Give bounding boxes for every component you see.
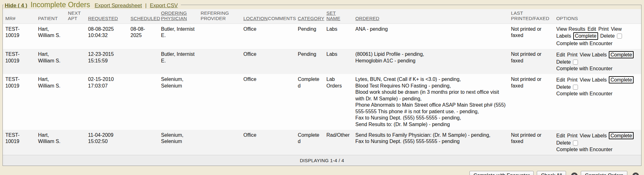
category-cell: Pending [295, 49, 324, 74]
requested-cell: 08-08-2025 10:04:32 [86, 24, 128, 49]
patient-cell: Hart, William S. [36, 49, 65, 74]
complete-button[interactable]: Complete [609, 76, 633, 83]
ordering-physician-cell: Butler, Internist E. [158, 49, 198, 74]
col-header-mr: MR# [3, 9, 36, 24]
complete-orders-button[interactable]: Complete Orders [581, 171, 627, 175]
set-name-cell: Lab Orders [324, 74, 353, 130]
complete-with-encounter-link[interactable]: Complete with Encounter [556, 40, 613, 47]
complete-with-encounter-link[interactable]: Complete with Encounter [556, 91, 613, 97]
col-header-ordered[interactable]: ORDERED [353, 9, 508, 24]
next-apt-cell [65, 49, 86, 74]
location-cell: Office [241, 130, 265, 155]
col-header-comments: COMMENTS [265, 9, 295, 24]
requested-cell: 02-15-2010 17:03:07 [86, 74, 128, 130]
delete-link[interactable]: Delete [556, 140, 571, 146]
print-link[interactable]: Print [567, 133, 578, 138]
col-header-scheduled[interactable]: SCHEDULED [128, 9, 158, 24]
requested-cell: 11-04-2009 15:02:50 [86, 130, 128, 155]
panel-legend: Hide ( 4 ) Incomplete Orders Export Spre… [3, 1, 181, 9]
last-printed-faxed-cell: Not printed or faxed [508, 74, 554, 130]
complete-button[interactable]: Complete [609, 51, 633, 58]
edit-link[interactable]: Edit [556, 77, 565, 82]
comments-cell [265, 49, 295, 74]
col-header-patient: PATIENT [36, 9, 65, 24]
order-row: TEST-10019 Hart, William S. 08-08-2025 1… [3, 24, 641, 49]
options-cell: EditPrintView LabelsCompleteDeleteComple… [554, 49, 641, 74]
patient-cell: Hart, William S. [36, 74, 65, 130]
pagination-row: DISPLAYING 1-4 / 4 [3, 155, 641, 166]
comments-cell [265, 130, 295, 155]
order-checkbox[interactable] [573, 141, 578, 146]
last-printed-faxed-cell: Not printed or faxed [508, 130, 554, 155]
col-header-set-name[interactable]: SET NAME [324, 9, 353, 24]
edit-link[interactable]: Edit [556, 133, 565, 138]
mr-cell: TEST-10019 [3, 74, 36, 130]
help-icon[interactable]: ? [632, 172, 639, 175]
location-cell: Office [241, 74, 265, 130]
ordered-cell: Send Results to Family Physician: (Dr. M… [353, 130, 508, 155]
mr-cell: TEST-10019 [3, 49, 36, 74]
complete-with-encounter-link[interactable]: Complete with Encounter [556, 146, 613, 153]
legend-separator: | [145, 3, 147, 8]
referring-provider-cell [198, 49, 241, 74]
edit-link[interactable]: Edit [556, 52, 565, 57]
print-link[interactable]: Print [567, 77, 578, 82]
referring-provider-cell [198, 74, 241, 130]
delete-link[interactable]: Delete [600, 33, 615, 39]
hide-link[interactable]: Hide ( 4 ) [5, 3, 27, 8]
delete-link[interactable]: Delete [556, 84, 571, 90]
ordered-cell: Lytes, BUN, Creat (Call if K+ is <3.0) -… [353, 74, 508, 130]
edit-link[interactable]: Edit [587, 26, 596, 32]
export-spreadsheet-link[interactable]: Export Spreadsheet [95, 3, 142, 8]
order-checkbox[interactable] [573, 85, 578, 90]
referring-provider-cell [198, 130, 241, 155]
complete-button[interactable]: Complete [573, 32, 598, 40]
patient-cell: Hart, William S. [36, 24, 65, 49]
options-cell: EditPrintView LabelsCompleteDeleteComple… [554, 130, 641, 155]
order-checkbox[interactable] [573, 60, 578, 65]
options-cell: View ResultsEditPrintView LabelsComplete… [554, 24, 641, 49]
page: { "colors": { "page_bg": "#f0ead8", "lin… [0, 0, 644, 175]
ordering-physician-cell: Selenium, Selenium [158, 74, 198, 130]
next-apt-cell [65, 130, 86, 155]
col-header-location[interactable]: LOCATION [241, 9, 265, 24]
view-labels-link[interactable]: View Labels [580, 52, 607, 57]
complete-button[interactable]: Complete [609, 132, 633, 139]
order-row: TEST-10019 Hart, William S. 11-04-2009 1… [3, 130, 641, 155]
panel-title: Incomplete Orders [31, 1, 90, 9]
help-icon[interactable]: ? [571, 172, 578, 175]
view-results-link[interactable]: View Results [556, 26, 585, 32]
next-apt-cell [65, 24, 86, 49]
requested-cell: 12-23-2015 15:15:59 [86, 49, 128, 74]
print-link[interactable]: Print [567, 52, 578, 57]
order-row: TEST-10019 Hart, William S. 12-23-2015 1… [3, 49, 641, 74]
last-printed-faxed-cell: Not printed or faxed [508, 24, 554, 49]
complete-with-encounter-button[interactable]: Complete with Encounter [469, 171, 534, 175]
view-labels-link[interactable]: View Labels [580, 77, 607, 82]
export-csv-link[interactable]: Export CSV [150, 3, 178, 8]
complete-with-encounter-link[interactable]: Complete with Encounter [556, 66, 613, 72]
set-name-cell: Labs [324, 24, 353, 49]
scheduled-cell: 08-08-2025 [128, 24, 158, 49]
scheduled-cell [128, 130, 158, 155]
set-name-cell: Labs [324, 49, 353, 74]
ordered-cell: ANA - pending [353, 24, 508, 49]
col-header-requested[interactable]: REQUESTED [86, 9, 128, 24]
comments-cell [265, 24, 295, 49]
ordering-physician-cell: Selenium, Selenium [158, 130, 198, 155]
col-header-next-apt: NEXT APT [65, 9, 86, 24]
last-printed-faxed-cell: Not printed or faxed [508, 49, 554, 74]
check-all-button[interactable]: Check All [537, 171, 566, 175]
view-labels-link[interactable]: View Labels [580, 133, 607, 138]
order-row: TEST-10019 Hart, William S. 02-15-2010 1… [3, 74, 641, 130]
order-checkbox[interactable] [617, 34, 622, 39]
incomplete-orders-panel: Hide ( 4 ) Incomplete Orders Export Spre… [3, 1, 641, 166]
col-header-category[interactable]: CATEGORY [295, 9, 324, 24]
print-link[interactable]: Print [598, 26, 609, 32]
col-header-ordering-physician[interactable]: ORDERING PHYSICIAN [158, 9, 198, 24]
delete-link[interactable]: Delete [556, 59, 571, 65]
mr-cell: TEST-10019 [3, 130, 36, 155]
location-cell: Office [241, 49, 265, 74]
patient-cell: Hart, William S. [36, 130, 65, 155]
category-cell: Pending [295, 24, 324, 49]
